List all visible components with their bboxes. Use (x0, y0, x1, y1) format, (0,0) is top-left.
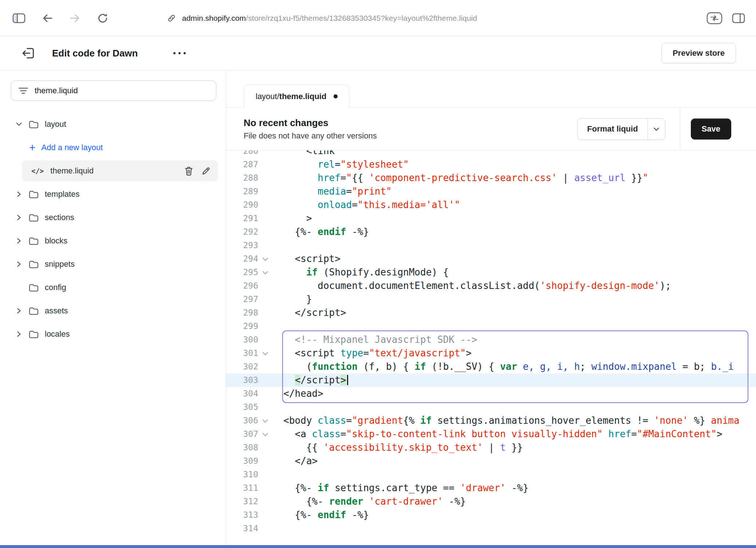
sidebar-item-blocks[interactable]: blocks (0, 229, 226, 253)
code-line[interactable]: 301 <script type="text/javascript"> (226, 347, 756, 360)
code-line[interactable]: 314 (226, 522, 756, 535)
chevron-right-icon[interactable] (15, 261, 23, 267)
code-text[interactable] (272, 320, 756, 333)
code-line[interactable]: 303 </script> (226, 373, 756, 387)
delete-file-icon[interactable] (185, 167, 193, 176)
address-bar[interactable]: admin.shopify.com/store/rzq1xu-f5/themes… (167, 13, 477, 23)
code-line[interactable]: 298 </script> (226, 306, 756, 320)
code-text[interactable]: href="{{ 'component-predictive-search.cs… (272, 171, 756, 185)
code-text[interactable]: <script type="text/javascript"> (272, 347, 756, 360)
more-options-icon[interactable] (170, 49, 189, 58)
code-line[interactable]: 307 <a class="skip-to-content-link butto… (226, 427, 756, 441)
code-text[interactable] (272, 239, 756, 252)
back-icon[interactable] (42, 12, 53, 24)
code-line[interactable]: 293 (226, 239, 756, 252)
chevron-down-icon[interactable] (15, 122, 23, 126)
edit-file-icon[interactable] (202, 167, 210, 175)
code-line[interactable]: 304 </head> (226, 387, 756, 400)
fold-chevron-icon[interactable] (258, 347, 272, 360)
code-text[interactable]: document.documentElement.classList.add('… (272, 279, 756, 293)
forward-icon[interactable] (69, 12, 81, 24)
format-liquid-button[interactable]: Format liquid (578, 119, 647, 140)
code-line[interactable]: 312 {%- render 'cart-drawer' -%} (226, 495, 756, 508)
chevron-right-icon[interactable] (15, 308, 23, 314)
save-button[interactable]: Save (691, 118, 731, 140)
code-line[interactable]: 296 document.documentElement.classList.a… (226, 279, 756, 293)
fold-chevron-icon[interactable] (258, 252, 272, 266)
chevron-right-icon[interactable] (15, 331, 23, 337)
sidebar-item-layout[interactable]: layout (0, 113, 226, 136)
code-line[interactable]: 290 onload="this.media='all'" (226, 198, 756, 212)
code-text[interactable]: media="print" (272, 185, 756, 198)
tab-theme-liquid[interactable]: layout/theme.liquid (244, 85, 350, 108)
sidebar-item-theme-liquid[interactable]: </> theme.liquid (22, 160, 218, 181)
chevron-right-icon[interactable] (15, 214, 23, 221)
code-line[interactable]: 310 (226, 468, 756, 481)
code-line[interactable]: 292 {%- endif -%} (226, 225, 756, 239)
code-text[interactable] (272, 400, 756, 414)
code-line[interactable]: 300 <!-- Mixpanel Javascript SDK --> (226, 333, 756, 347)
code-text[interactable]: {%- endif -%} (272, 508, 756, 522)
browser-extensions-icon[interactable] (706, 12, 722, 24)
split-view-icon[interactable] (732, 13, 745, 24)
code-text[interactable]: <body class="gradient{% if settings.anim… (272, 414, 756, 427)
code-line[interactable]: 291 > (226, 212, 756, 225)
code-text[interactable]: {%- endif -%} (272, 225, 756, 239)
chevron-right-icon[interactable] (15, 238, 23, 244)
code-text[interactable]: {{ 'accessibility.skip_to_text' | t }} (272, 441, 756, 454)
code-line[interactable]: 311 {%- if settings.cart_type == 'drawer… (226, 481, 756, 495)
code-text[interactable]: > (272, 212, 756, 225)
sidebar-toggle-icon[interactable] (12, 13, 25, 24)
code-text[interactable]: {%- if settings.cart_type == 'drawer' -%… (272, 481, 756, 495)
code-line[interactable]: 287 rel="stylesheet" (226, 158, 756, 171)
sidebar-item-snippets[interactable]: snippets (0, 253, 226, 276)
code-line[interactable]: 308 {{ 'accessibility.skip_to_text' | t … (226, 441, 756, 454)
preview-store-button[interactable]: Preview store (661, 43, 736, 63)
code-text[interactable]: <!-- Mixpanel Javascript SDK --> (272, 333, 756, 347)
sidebar-item-config[interactable]: config (0, 276, 226, 299)
code-text[interactable]: if (Shopify.designMode) { (272, 266, 756, 279)
code-text[interactable]: (function (f, b) { if (!b.__SV) { var e,… (272, 360, 756, 373)
code-line[interactable]: 288 href="{{ 'component-predictive-searc… (226, 171, 756, 185)
code-text[interactable]: </head> (272, 387, 756, 400)
exit-code-editor-icon[interactable] (21, 46, 35, 60)
code-text[interactable] (272, 522, 756, 535)
line-number: 296 (226, 279, 258, 293)
sidebar-item-assets[interactable]: assets (0, 299, 226, 322)
reload-icon[interactable] (97, 12, 109, 24)
line-number: 290 (226, 198, 258, 212)
code-line[interactable]: 297 } (226, 293, 756, 306)
sidebar-item-templates[interactable]: templates (0, 183, 226, 206)
code-line[interactable]: 286 <link (226, 150, 756, 158)
code-text[interactable]: onload="this.media='all'" (272, 198, 756, 212)
code-text[interactable]: {%- render 'cart-drawer' -%} (272, 495, 756, 508)
format-options-chevron-icon[interactable] (647, 119, 665, 140)
code-line[interactable]: 294 <script> (226, 252, 756, 266)
file-filter-input[interactable]: theme.liquid (11, 81, 216, 101)
code-line[interactable]: 305 (226, 400, 756, 414)
code-line[interactable]: 295 if (Shopify.designMode) { (226, 266, 756, 279)
add-new-layout-link[interactable]: + Add a new layout (0, 136, 226, 159)
code-text[interactable]: rel="stylesheet" (272, 158, 756, 171)
code-line[interactable]: 313 {%- endif -%} (226, 508, 756, 522)
code-text[interactable] (272, 468, 756, 481)
code-text[interactable]: </script> (272, 306, 756, 320)
code-text[interactable]: </script> (272, 373, 756, 387)
code-text[interactable]: </a> (272, 454, 756, 468)
code-line[interactable]: 302 (function (f, b) { if (!b.__SV) { va… (226, 360, 756, 373)
chevron-right-icon[interactable] (15, 191, 23, 197)
code-line[interactable]: 309 </a> (226, 454, 756, 468)
sidebar-item-locales[interactable]: locales (0, 322, 226, 346)
code-text[interactable]: } (272, 293, 756, 306)
code-text[interactable]: <a class="skip-to-content-link button vi… (272, 427, 756, 441)
code-line[interactable]: 306 <body class="gradient{% if settings.… (226, 414, 756, 427)
fold-chevron-icon[interactable] (258, 427, 272, 441)
fold-chevron-icon[interactable] (258, 414, 272, 427)
code-line[interactable]: 289 media="print" (226, 185, 756, 198)
fold-chevron-icon[interactable] (258, 266, 272, 279)
code-line[interactable]: 299 (226, 320, 756, 333)
code-editor[interactable]: 286 <link287 rel="stylesheet"288 href="{… (226, 150, 756, 545)
code-text[interactable]: <link (272, 150, 756, 158)
sidebar-item-sections[interactable]: sections (0, 206, 226, 229)
code-text[interactable]: <script> (272, 252, 756, 266)
